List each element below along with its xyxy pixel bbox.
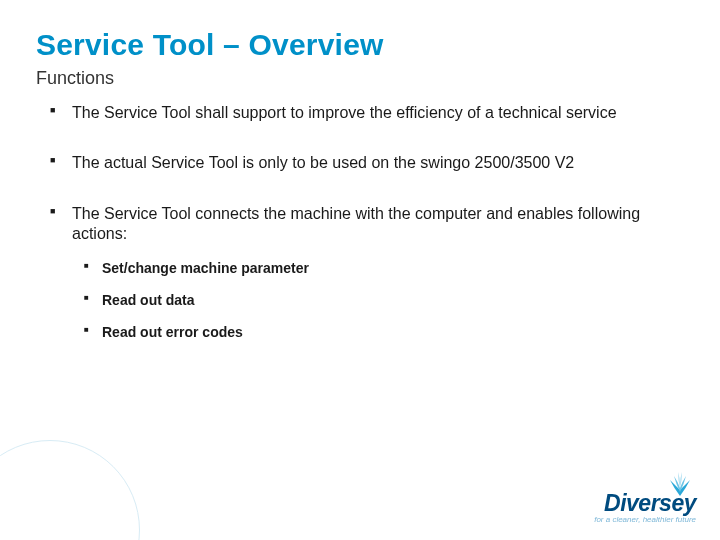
- decorative-arc: [0, 440, 140, 540]
- list-item: The actual Service Tool is only to be us…: [72, 153, 684, 173]
- sub-list-item: Set/change machine parameter: [102, 259, 664, 277]
- list-item-text: The Service Tool connects the machine wi…: [72, 205, 640, 242]
- sub-list-item: Read out error codes: [102, 323, 664, 341]
- list-item-text: The actual Service Tool is only to be us…: [72, 154, 574, 171]
- leaf-ornament-icon: [660, 466, 700, 500]
- brand-logo: Diversey for a cleaner, healthier future: [594, 490, 696, 524]
- slide-title: Service Tool – Overview: [36, 28, 684, 62]
- slide-subtitle: Functions: [36, 68, 684, 89]
- list-item-text: The Service Tool shall support to improv…: [72, 104, 617, 121]
- main-bullet-list: The Service Tool shall support to improv…: [36, 103, 684, 341]
- list-item: The Service Tool connects the machine wi…: [72, 204, 684, 342]
- sub-bullet-list: Set/change machine parameter Read out da…: [72, 259, 664, 342]
- slide-content: Service Tool – Overview Functions The Se…: [0, 0, 720, 341]
- sub-list-item: Read out data: [102, 291, 664, 309]
- list-item: The Service Tool shall support to improv…: [72, 103, 684, 123]
- logo-tagline: for a cleaner, healthier future: [594, 515, 696, 524]
